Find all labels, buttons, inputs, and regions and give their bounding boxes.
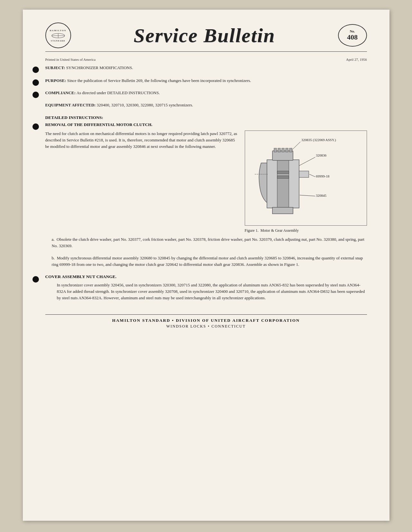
hamilton-standard-logo: HAMILTON STANDARD [45, 23, 71, 48]
subject-bullet [32, 67, 39, 73]
purpose-body: PURPOSE: Since the publication of Servic… [45, 77, 367, 84]
diagram-col: 320835 (322069 ASSY.) 320836 [245, 131, 367, 233]
cover-assembly-section: COVER ASSEMBLY NUT CHANGE. In synchroniz… [45, 274, 367, 301]
detailed-section: DETAILED INSTRUCTIONS: REMOVAL OF THE DI… [45, 115, 367, 249]
compliance-bullet [32, 92, 39, 98]
svg-text:320835 (322069 ASSY.): 320835 (322069 ASSY.) [301, 138, 336, 142]
svg-rect-19 [299, 171, 309, 177]
diagram-caption: Figure 1. Motor & Gear Assembly [245, 228, 367, 233]
cover-bullet [32, 276, 39, 283]
subject-body: SUBJECT: SYNCHRONIZER MODIFICATIONS. [45, 65, 367, 71]
svg-rect-11 [277, 176, 289, 178]
cover-assembly-body: In synchronizer cover assembly 320456, u… [57, 282, 367, 301]
equipment-body: EQUIPMENT AFFECTED: 320400, 320710, 3203… [45, 102, 367, 108]
svg-rect-13 [274, 148, 277, 152]
svg-rect-10 [277, 171, 289, 174]
document-page: HAMILTON STANDARD Service Bulletin No. 4… [23, 10, 389, 521]
service-bulletin-title: Service Bulletin [71, 25, 338, 45]
footer-line2: WINDSOR LOCKS • CONNECTICUT [45, 324, 367, 329]
diagram-svg: 320835 (322069 ASSY.) 320836 [248, 134, 358, 221]
subject-text: SYNCHRONIZER MODIFICATIONS. [66, 65, 133, 70]
svg-text:69999-18: 69999-18 [316, 174, 330, 178]
svg-rect-16 [286, 148, 288, 152]
footer: HAMILTON STANDARD • DIVISION of UNITED A… [45, 314, 367, 329]
purpose-text: Since the publication of Service Bulleti… [67, 78, 251, 83]
item-b: b. Modify synchronous differential motor… [52, 255, 367, 268]
item-a-text: a. Obsolete the clutch drive washer, par… [52, 237, 364, 248]
svg-text:320845: 320845 [316, 194, 327, 197]
cover-assembly-label: COVER ASSEMBLY NUT CHANGE. [45, 274, 367, 279]
meta-row: Printed in United States of America Apri… [45, 58, 367, 61]
compliance-body: COMPLIANCE: As directed under DETAILED I… [45, 90, 367, 96]
removal-body: The need for clutch action on mechanical… [45, 131, 238, 150]
logo-bottom-text: STANDARD [51, 40, 65, 42]
svg-rect-14 [278, 148, 280, 152]
header: HAMILTON STANDARD Service Bulletin No. 4… [45, 23, 367, 52]
item-b-section: b. Modify synchronous differential motor… [45, 255, 367, 268]
equipment-text: 320400, 320710, 320300, 322080, 320715 s… [97, 103, 193, 107]
detailed-bullet [32, 123, 39, 130]
compliance-text: As directed under DETAILED INSTRUCTIONS. [77, 90, 160, 95]
equipment-label: EQUIPMENT AFFECTED: [45, 103, 96, 107]
subject-label: SUBJECT: [45, 65, 65, 70]
logo-area: HAMILTON STANDARD [45, 23, 71, 48]
detailed-left-col: The need for clutch action on mechanical… [45, 131, 238, 233]
removal-title: REMOVAL OF THE DIFFERENTIAL MOTOR CLUTCH… [45, 122, 367, 127]
compliance-section: COMPLIANCE: As directed under DETAILED I… [45, 90, 367, 96]
svg-rect-17 [289, 148, 292, 152]
logo-top-text: HAMILTON [50, 29, 66, 32]
item-b-text: b. Modify synchronous differential motor… [52, 256, 363, 267]
svg-rect-15 [282, 148, 284, 152]
svg-text:320836: 320836 [316, 153, 327, 157]
purpose-label: PURPOSE: [45, 78, 66, 83]
bulletin-date: April 27, 1956 [346, 58, 367, 61]
purpose-bullet [32, 79, 39, 86]
logo-fish-icon [50, 32, 66, 39]
svg-rect-18 [272, 207, 293, 214]
printed-in: Printed in United States of America [45, 58, 96, 61]
equipment-section: EQUIPMENT AFFECTED: 320400, 320710, 3203… [45, 102, 367, 108]
title-banner: Service Bulletin [71, 25, 338, 45]
bulletin-no-label: No. [350, 29, 355, 33]
compliance-label: COMPLIANCE: [45, 90, 76, 95]
subject-section: SUBJECT: SYNCHRONIZER MODIFICATIONS. [45, 65, 367, 71]
footer-line1: HAMILTON STANDARD • DIVISION of UNITED A… [45, 318, 367, 323]
bulletin-number: 408 [347, 33, 358, 41]
detailed-label: DETAILED INSTRUCTIONS: [45, 115, 367, 120]
purpose-section: PURPOSE: Since the publication of Servic… [45, 77, 367, 84]
motor-gear-diagram: 320835 (322069 ASSY.) 320836 [245, 131, 367, 226]
svg-rect-9 [277, 157, 289, 211]
detailed-content: The need for clutch action on mechanical… [45, 131, 367, 233]
bulletin-number-box: No. 408 [338, 24, 367, 47]
item-a: a. Obsolete the clutch drive washer, par… [52, 236, 367, 249]
